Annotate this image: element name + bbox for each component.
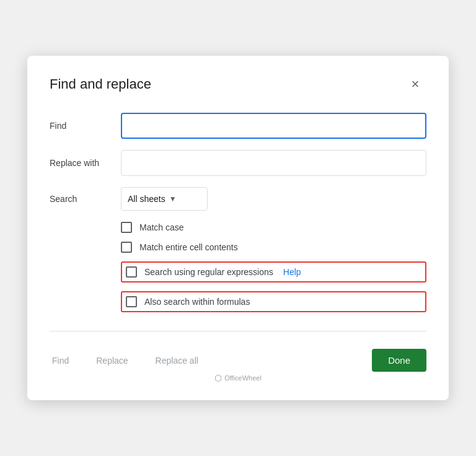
find-label: Find xyxy=(50,121,121,131)
regex-help-link[interactable]: Help xyxy=(283,267,301,277)
find-row: Find xyxy=(50,113,426,139)
search-dropdown-value: All sheets xyxy=(128,194,165,204)
replace-label: Replace with xyxy=(50,158,121,168)
checkboxes-section: Match case Match entire cell contents Se… xyxy=(121,222,426,312)
match-case-row[interactable]: Match case xyxy=(121,222,426,233)
regex-label: Search using regular expressions xyxy=(144,267,273,277)
replace-all-button[interactable]: Replace all xyxy=(153,351,201,370)
find-button[interactable]: Find xyxy=(50,351,71,370)
chevron-down-icon: ▼ xyxy=(169,195,177,203)
footer-divider xyxy=(50,331,426,331)
match-case-label: Match case xyxy=(139,222,184,232)
find-input[interactable] xyxy=(121,113,426,139)
search-dropdown[interactable]: All sheets ▼ xyxy=(121,187,208,211)
search-label: Search xyxy=(50,194,121,204)
regex-row[interactable]: Search using regular expressions Help xyxy=(121,261,426,283)
match-entire-label: Match entire cell contents xyxy=(139,242,238,252)
match-case-checkbox[interactable] xyxy=(121,222,132,233)
match-entire-row[interactable]: Match entire cell contents xyxy=(121,242,426,253)
watermark: ⬡ OfficeWheel xyxy=(50,373,426,383)
find-replace-dialog: Find and replace × Find Replace with Sea… xyxy=(27,56,449,400)
dialog-title: Find and replace xyxy=(50,76,151,92)
officewheel-icon: ⬡ xyxy=(214,373,222,383)
formulas-row[interactable]: Also search within formulas xyxy=(121,291,426,312)
watermark-text: OfficeWheel xyxy=(224,374,262,382)
search-row: Search All sheets ▼ xyxy=(50,187,426,211)
formulas-label: Also search within formulas xyxy=(144,297,250,307)
replace-input[interactable] xyxy=(121,150,426,176)
replace-button[interactable]: Replace xyxy=(94,351,130,370)
dialog-footer: Find Replace Replace all Done xyxy=(50,344,426,372)
replace-row: Replace with xyxy=(50,150,426,176)
dialog-header: Find and replace × xyxy=(50,73,426,95)
match-entire-checkbox[interactable] xyxy=(121,242,132,253)
footer-actions-left: Find Replace Replace all xyxy=(50,351,201,370)
done-button[interactable]: Done xyxy=(372,349,426,372)
regex-checkbox[interactable] xyxy=(126,266,137,278)
close-button[interactable]: × xyxy=(404,73,426,95)
formulas-checkbox[interactable] xyxy=(126,296,137,307)
